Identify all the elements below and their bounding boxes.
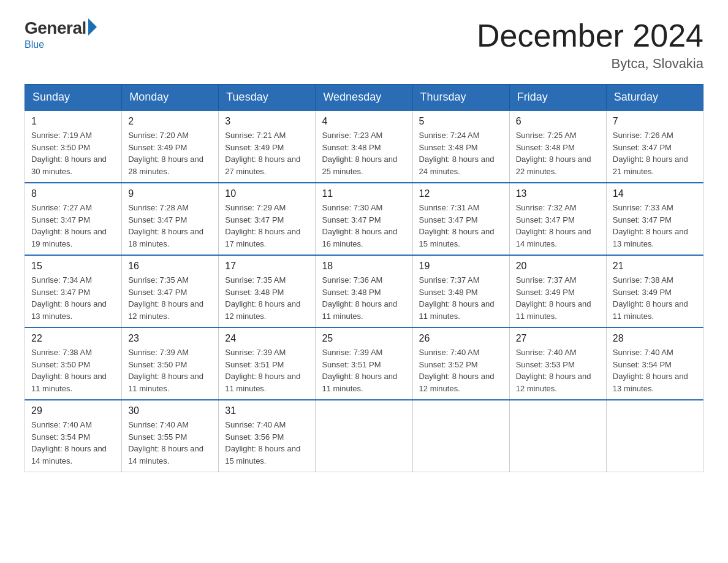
weekday-header-friday: Friday bbox=[509, 85, 606, 111]
day-info: Sunrise: 7:39 AMSunset: 3:50 PMDaylight:… bbox=[128, 347, 212, 394]
day-number: 10 bbox=[225, 188, 309, 199]
day-number: 3 bbox=[225, 116, 309, 127]
day-number: 28 bbox=[613, 333, 697, 344]
day-number: 16 bbox=[128, 261, 212, 272]
calendar-cell: 30 Sunrise: 7:40 AMSunset: 3:55 PMDaylig… bbox=[122, 400, 219, 472]
calendar-cell: 8 Sunrise: 7:27 AMSunset: 3:47 PMDayligh… bbox=[25, 183, 122, 255]
day-info: Sunrise: 7:38 AMSunset: 3:49 PMDaylight:… bbox=[613, 274, 697, 322]
calendar-week-row: 22 Sunrise: 7:38 AMSunset: 3:50 PMDaylig… bbox=[25, 327, 703, 400]
weekday-header-tuesday: Tuesday bbox=[219, 85, 316, 111]
day-info: Sunrise: 7:33 AMSunset: 3:47 PMDaylight:… bbox=[613, 202, 697, 250]
day-info: Sunrise: 7:37 AMSunset: 3:49 PMDaylight:… bbox=[516, 274, 600, 322]
calendar-week-row: 15 Sunrise: 7:34 AMSunset: 3:47 PMDaylig… bbox=[25, 255, 703, 327]
day-number: 24 bbox=[225, 333, 309, 344]
calendar-cell: 13 Sunrise: 7:32 AMSunset: 3:47 PMDaylig… bbox=[509, 183, 606, 255]
day-number: 31 bbox=[225, 405, 309, 416]
calendar-cell: 28 Sunrise: 7:40 AMSunset: 3:54 PMDaylig… bbox=[606, 327, 703, 400]
day-number: 27 bbox=[516, 333, 600, 344]
day-number: 2 bbox=[128, 116, 212, 127]
calendar-cell bbox=[509, 400, 606, 472]
calendar-cell: 14 Sunrise: 7:33 AMSunset: 3:47 PMDaylig… bbox=[606, 183, 703, 255]
calendar-cell: 31 Sunrise: 7:40 AMSunset: 3:56 PMDaylig… bbox=[219, 400, 316, 472]
calendar-cell: 24 Sunrise: 7:39 AMSunset: 3:51 PMDaylig… bbox=[219, 327, 316, 400]
day-number: 14 bbox=[613, 188, 697, 199]
calendar-week-row: 29 Sunrise: 7:40 AMSunset: 3:54 PMDaylig… bbox=[25, 400, 703, 472]
weekday-header-thursday: Thursday bbox=[412, 85, 509, 111]
day-info: Sunrise: 7:40 AMSunset: 3:54 PMDaylight:… bbox=[613, 347, 697, 394]
day-info: Sunrise: 7:28 AMSunset: 3:47 PMDaylight:… bbox=[128, 202, 212, 250]
title-section: December 2024 Bytca, Slovakia bbox=[477, 18, 703, 72]
calendar-cell: 29 Sunrise: 7:40 AMSunset: 3:54 PMDaylig… bbox=[25, 400, 122, 472]
day-number: 13 bbox=[516, 188, 600, 199]
logo-general-text: General bbox=[25, 18, 86, 38]
calendar-cell: 17 Sunrise: 7:35 AMSunset: 3:48 PMDaylig… bbox=[219, 255, 316, 327]
day-info: Sunrise: 7:40 AMSunset: 3:53 PMDaylight:… bbox=[516, 347, 600, 394]
day-info: Sunrise: 7:24 AMSunset: 3:48 PMDaylight:… bbox=[419, 129, 503, 177]
day-number: 29 bbox=[31, 405, 115, 416]
calendar-cell: 3 Sunrise: 7:21 AMSunset: 3:49 PMDayligh… bbox=[219, 110, 316, 183]
day-info: Sunrise: 7:40 AMSunset: 3:54 PMDaylight:… bbox=[31, 419, 115, 467]
day-info: Sunrise: 7:39 AMSunset: 3:51 PMDaylight:… bbox=[225, 347, 309, 394]
day-info: Sunrise: 7:36 AMSunset: 3:48 PMDaylight:… bbox=[322, 274, 406, 322]
day-number: 1 bbox=[31, 116, 115, 127]
day-number: 5 bbox=[419, 116, 503, 127]
day-number: 15 bbox=[31, 261, 115, 272]
calendar-cell: 9 Sunrise: 7:28 AMSunset: 3:47 PMDayligh… bbox=[122, 183, 219, 255]
calendar-cell: 1 Sunrise: 7:19 AMSunset: 3:50 PMDayligh… bbox=[25, 110, 122, 183]
day-info: Sunrise: 7:35 AMSunset: 3:48 PMDaylight:… bbox=[225, 274, 309, 322]
day-number: 26 bbox=[419, 333, 503, 344]
day-info: Sunrise: 7:29 AMSunset: 3:47 PMDaylight:… bbox=[225, 202, 309, 250]
day-number: 22 bbox=[31, 333, 115, 344]
day-info: Sunrise: 7:35 AMSunset: 3:47 PMDaylight:… bbox=[128, 274, 212, 322]
day-info: Sunrise: 7:25 AMSunset: 3:48 PMDaylight:… bbox=[516, 129, 600, 177]
calendar-cell bbox=[316, 400, 412, 472]
calendar-week-row: 8 Sunrise: 7:27 AMSunset: 3:47 PMDayligh… bbox=[25, 183, 703, 255]
location-text: Bytca, Slovakia bbox=[477, 56, 703, 72]
calendar-cell: 7 Sunrise: 7:26 AMSunset: 3:47 PMDayligh… bbox=[606, 110, 703, 183]
calendar-cell: 5 Sunrise: 7:24 AMSunset: 3:48 PMDayligh… bbox=[412, 110, 509, 183]
day-number: 4 bbox=[322, 116, 406, 127]
day-number: 6 bbox=[516, 116, 600, 127]
day-number: 11 bbox=[322, 188, 406, 199]
calendar-cell: 11 Sunrise: 7:30 AMSunset: 3:47 PMDaylig… bbox=[316, 183, 412, 255]
day-info: Sunrise: 7:23 AMSunset: 3:48 PMDaylight:… bbox=[322, 129, 406, 177]
weekday-header-sunday: Sunday bbox=[25, 85, 122, 111]
calendar-cell: 10 Sunrise: 7:29 AMSunset: 3:47 PMDaylig… bbox=[219, 183, 316, 255]
day-info: Sunrise: 7:40 AMSunset: 3:55 PMDaylight:… bbox=[128, 419, 212, 467]
calendar-cell bbox=[412, 400, 509, 472]
weekday-header-wednesday: Wednesday bbox=[316, 85, 412, 111]
calendar-cell: 18 Sunrise: 7:36 AMSunset: 3:48 PMDaylig… bbox=[316, 255, 412, 327]
logo: General Blue bbox=[25, 18, 97, 50]
day-info: Sunrise: 7:31 AMSunset: 3:47 PMDaylight:… bbox=[419, 202, 503, 250]
weekday-header-saturday: Saturday bbox=[606, 85, 703, 111]
calendar-cell: 26 Sunrise: 7:40 AMSunset: 3:52 PMDaylig… bbox=[412, 327, 509, 400]
day-number: 21 bbox=[613, 261, 697, 272]
day-info: Sunrise: 7:40 AMSunset: 3:52 PMDaylight:… bbox=[419, 347, 503, 394]
calendar-header-row: SundayMondayTuesdayWednesdayThursdayFrid… bbox=[25, 85, 703, 111]
calendar-cell: 23 Sunrise: 7:39 AMSunset: 3:50 PMDaylig… bbox=[122, 327, 219, 400]
day-number: 19 bbox=[419, 261, 503, 272]
day-info: Sunrise: 7:19 AMSunset: 3:50 PMDaylight:… bbox=[31, 129, 115, 177]
day-number: 12 bbox=[419, 188, 503, 199]
calendar-table: SundayMondayTuesdayWednesdayThursdayFrid… bbox=[25, 84, 703, 472]
calendar-cell bbox=[606, 400, 703, 472]
day-info: Sunrise: 7:21 AMSunset: 3:49 PMDaylight:… bbox=[225, 129, 309, 177]
calendar-cell: 25 Sunrise: 7:39 AMSunset: 3:51 PMDaylig… bbox=[316, 327, 412, 400]
calendar-cell: 15 Sunrise: 7:34 AMSunset: 3:47 PMDaylig… bbox=[25, 255, 122, 327]
day-info: Sunrise: 7:37 AMSunset: 3:48 PMDaylight:… bbox=[419, 274, 503, 322]
day-number: 8 bbox=[31, 188, 115, 199]
day-number: 18 bbox=[322, 261, 406, 272]
day-number: 23 bbox=[128, 333, 212, 344]
calendar-cell: 2 Sunrise: 7:20 AMSunset: 3:49 PMDayligh… bbox=[122, 110, 219, 183]
calendar-cell: 27 Sunrise: 7:40 AMSunset: 3:53 PMDaylig… bbox=[509, 327, 606, 400]
calendar-cell: 4 Sunrise: 7:23 AMSunset: 3:48 PMDayligh… bbox=[316, 110, 412, 183]
day-number: 7 bbox=[613, 116, 697, 127]
day-number: 9 bbox=[128, 188, 212, 199]
calendar-cell: 21 Sunrise: 7:38 AMSunset: 3:49 PMDaylig… bbox=[606, 255, 703, 327]
calendar-cell: 16 Sunrise: 7:35 AMSunset: 3:47 PMDaylig… bbox=[122, 255, 219, 327]
day-info: Sunrise: 7:26 AMSunset: 3:47 PMDaylight:… bbox=[613, 129, 697, 177]
day-number: 17 bbox=[225, 261, 309, 272]
day-number: 30 bbox=[128, 405, 212, 416]
day-info: Sunrise: 7:39 AMSunset: 3:51 PMDaylight:… bbox=[322, 347, 406, 394]
day-number: 20 bbox=[516, 261, 600, 272]
